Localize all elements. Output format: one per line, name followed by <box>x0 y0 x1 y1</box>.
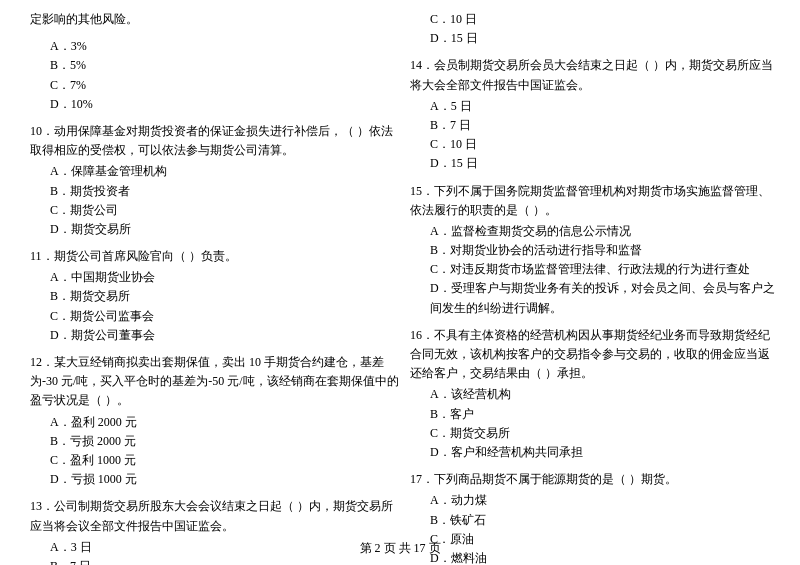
option-b: B．5% <box>30 56 400 75</box>
intro-text-block: 定影响的其他风险。 <box>30 10 400 29</box>
q14-option-a: A．5 日 <box>410 97 780 116</box>
question-16-text: 16．不具有主体资格的经营机构因从事期货经纪业务而导致期货经纪合同无效，该机构按… <box>410 326 780 384</box>
q13-option-d: D．15 日 <box>410 29 780 48</box>
q17-option-a: A．动力煤 <box>410 491 780 510</box>
q11-option-a: A．中国期货业协会 <box>30 268 400 287</box>
q15-option-b: B．对期货业协会的活动进行指导和监督 <box>410 241 780 260</box>
intro-text: 定影响的其他风险。 <box>30 10 400 29</box>
q11-option-d: D．期货公司董事会 <box>30 326 400 345</box>
page-footer: 第 2 页 共 17 页 <box>0 540 800 557</box>
q17-option-b: B．铁矿石 <box>410 511 780 530</box>
q10-option-c: C．期货公司 <box>30 201 400 220</box>
q12-option-c: C．盈利 1000 元 <box>30 451 400 470</box>
q16-option-b: B．客户 <box>410 405 780 424</box>
question-11-text: 11．期货公司首席风险官向（ ）负责。 <box>30 247 400 266</box>
q13-option-c: C．10 日 <box>410 10 780 29</box>
q11-option-c: C．期货公司监事会 <box>30 307 400 326</box>
q15-option-a: A．监督检查期货交易的信息公示情况 <box>410 222 780 241</box>
q15-option-d: D．受理客户与期货业务有关的投诉，对会员之间、会员与客户之间发生的纠纷进行调解。 <box>410 279 780 317</box>
page-number: 第 2 页 共 17 页 <box>360 541 441 555</box>
q13-option-b: B．7 日 <box>30 557 400 565</box>
question-11-block: 11．期货公司首席风险官向（ ）负责。 A．中国期货业协会 B．期货交易所 C．… <box>30 247 400 345</box>
right-column: C．10 日 D．15 日 14．会员制期货交易所会员大会结束之日起（ ）内，期… <box>410 10 780 565</box>
q10-option-b: B．期货投资者 <box>30 182 400 201</box>
option-c: C．7% <box>30 76 400 95</box>
question-13-text: 13．公司制期货交易所股东大会会议结束之日起（ ）内，期货交易所应当将会议全部文… <box>30 497 400 535</box>
q14-option-d: D．15 日 <box>410 154 780 173</box>
question-15-text: 15．下列不属于国务院期货监督管理机构对期货市场实施监督管理、依法履行的职责的是… <box>410 182 780 220</box>
q10-option-d: D．期货交易所 <box>30 220 400 239</box>
q14-option-c: C．10 日 <box>410 135 780 154</box>
prev-question-options: A．3% B．5% C．7% D．10% <box>30 37 400 114</box>
q10-option-a: A．保障基金管理机构 <box>30 162 400 181</box>
question-13-cont-block: C．10 日 D．15 日 <box>410 10 780 48</box>
option-a: A．3% <box>30 37 400 56</box>
q12-option-b: B．亏损 2000 元 <box>30 432 400 451</box>
question-16-block: 16．不具有主体资格的经营机构因从事期货经纪业务而导致期货经纪合同无效，该机构按… <box>410 326 780 462</box>
two-column-layout: 定影响的其他风险。 A．3% B．5% C．7% D．10% 10．动用保障基金… <box>30 10 770 565</box>
q15-option-c: C．对违反期货市场监督管理法律、行政法规的行为进行查处 <box>410 260 780 279</box>
q16-option-a: A．该经营机构 <box>410 385 780 404</box>
question-14-text: 14．会员制期货交易所会员大会结束之日起（ ）内，期货交易所应当将大会全部文件报… <box>410 56 780 94</box>
question-12-text: 12．某大豆经销商拟卖出套期保值，卖出 10 手期货合约建仓，基差为-30 元/… <box>30 353 400 411</box>
question-10-block: 10．动用保障基金对期货投资者的保证金损失进行补偿后，（ ）依法取得相应的受偿权… <box>30 122 400 239</box>
q12-option-d: D．亏损 1000 元 <box>30 470 400 489</box>
question-14-block: 14．会员制期货交易所会员大会结束之日起（ ）内，期货交易所应当将大会全部文件报… <box>410 56 780 173</box>
question-10-text: 10．动用保障基金对期货投资者的保证金损失进行补偿后，（ ）依法取得相应的受偿权… <box>30 122 400 160</box>
question-17-text: 17．下列商品期货不属于能源期货的是（ ）期货。 <box>410 470 780 489</box>
page-container: 定影响的其他风险。 A．3% B．5% C．7% D．10% 10．动用保障基金… <box>0 0 800 565</box>
q16-option-d: D．客户和经营机构共同承担 <box>410 443 780 462</box>
q14-option-b: B．7 日 <box>410 116 780 135</box>
left-column: 定影响的其他风险。 A．3% B．5% C．7% D．10% 10．动用保障基金… <box>30 10 400 565</box>
question-12-block: 12．某大豆经销商拟卖出套期保值，卖出 10 手期货合约建仓，基差为-30 元/… <box>30 353 400 489</box>
q16-option-c: C．期货交易所 <box>410 424 780 443</box>
question-15-block: 15．下列不属于国务院期货监督管理机构对期货市场实施监督管理、依法履行的职责的是… <box>410 182 780 318</box>
q12-option-a: A．盈利 2000 元 <box>30 413 400 432</box>
option-d: D．10% <box>30 95 400 114</box>
q11-option-b: B．期货交易所 <box>30 287 400 306</box>
